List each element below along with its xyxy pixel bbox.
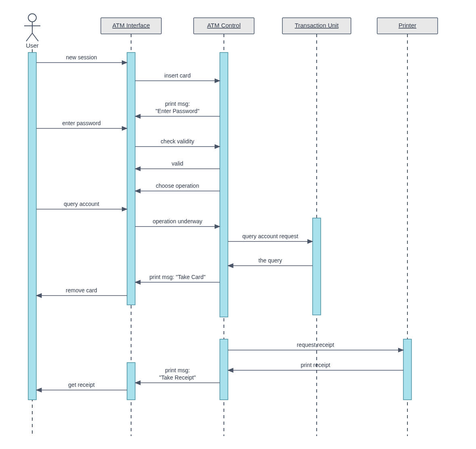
- sequence-diagram: User ATM Interface ATM Control Transacti…: [0, 0, 476, 449]
- activation-printer: [403, 339, 411, 400]
- actor-user: User: [24, 14, 40, 49]
- participant-atm-interface-label: ATM Interface: [112, 22, 150, 29]
- message-take-receipt-prompt-label-1: print msg:: [165, 367, 190, 373]
- message-enter-password-label: enter password: [62, 120, 101, 126]
- message-print-receipt-label: print receipt: [301, 362, 330, 368]
- message-request-receipt-label: request receipt: [297, 342, 334, 348]
- svg-line-4: [26, 33, 32, 41]
- participant-atm-control-label: ATM Control: [207, 22, 240, 29]
- activation-atm-interface-1: [127, 52, 135, 305]
- activation-atm-interface-2: [127, 363, 135, 400]
- message-remove-card-label: remove card: [66, 287, 97, 294]
- message-choose-operation-label: choose operation: [156, 183, 199, 189]
- activation-atm-control-1: [220, 52, 228, 317]
- message-query-account-label: query account: [64, 201, 99, 207]
- participant-transaction-unit: Transaction Unit: [282, 18, 351, 34]
- message-take-card-prompt-label: print msg: "Take Card": [149, 274, 205, 280]
- svg-line-5: [32, 33, 38, 41]
- participant-atm-control: ATM Control: [194, 18, 254, 34]
- message-query-account-request-label: query account request: [242, 233, 299, 239]
- message-enter-password-prompt-label-2: "Enter Password": [156, 108, 200, 114]
- message-new-session-label: new session: [66, 54, 97, 61]
- message-operation-underway-label: operation underway: [153, 218, 203, 224]
- message-take-receipt-prompt-label-2: "Take Receipt": [159, 374, 196, 381]
- message-get-receipt-label: get receipt: [68, 382, 94, 388]
- activation-atm-control-2: [220, 339, 228, 400]
- activation-transaction-unit: [313, 218, 321, 315]
- activation-user: [28, 52, 36, 400]
- participant-atm-interface: ATM Interface: [101, 18, 161, 34]
- message-valid-label: valid: [172, 160, 184, 167]
- participant-printer-label: Printer: [399, 22, 416, 29]
- participant-transaction-unit-label: Transaction Unit: [295, 22, 339, 29]
- actor-user-label: User: [26, 42, 39, 49]
- message-insert-card-label: insert card: [164, 72, 190, 79]
- participant-printer: Printer: [377, 18, 438, 34]
- message-the-query-label: the query: [259, 257, 282, 264]
- svg-point-1: [28, 14, 36, 22]
- message-enter-password-prompt-label-1: print msg:: [165, 101, 190, 107]
- message-check-validity-label: check validity: [161, 138, 194, 145]
